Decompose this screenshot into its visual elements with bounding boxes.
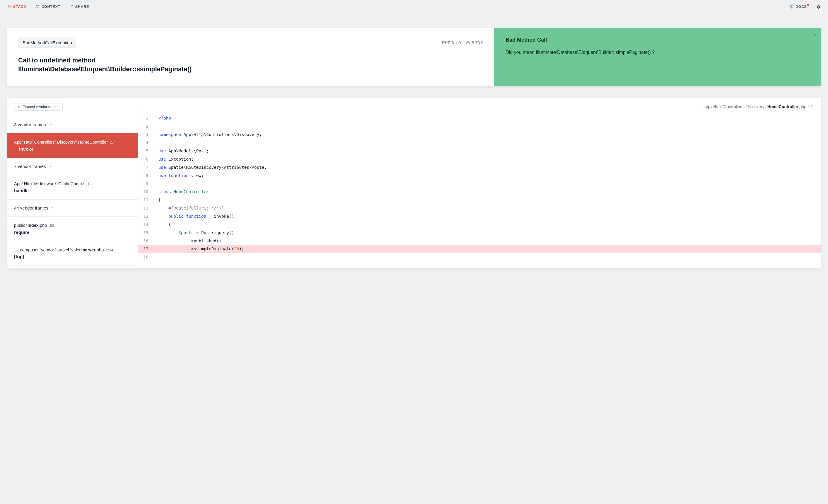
- nav-share-label: SHARE: [75, 5, 89, 9]
- top-nav: STACK CONTEXT SHARE DOCS: [0, 0, 828, 13]
- frame-path: App\Http\Controllers\Discovery\HomeContr…: [14, 139, 131, 146]
- frame-path: public/index.php :52: [14, 222, 131, 229]
- close-suggestion-button[interactable]: ×: [813, 32, 816, 38]
- code-line: 17 ->ssimplePaginate(20);: [138, 245, 821, 253]
- line-number: 8: [138, 172, 152, 180]
- code-line: 15 $posts = Post::query(): [138, 229, 821, 237]
- exception-message: Call to undefined method Illuminate\Data…: [18, 56, 206, 73]
- line-source: use Exception;: [152, 155, 821, 164]
- line-number: 11: [138, 196, 152, 204]
- line-number: 7: [138, 164, 152, 172]
- code-line: 18: [138, 253, 821, 261]
- vendor-frames-label: 7 vendor frames: [14, 164, 46, 169]
- line-source: [152, 139, 821, 147]
- exception-class-badge: BadMethodCallException: [18, 38, 76, 48]
- line-source: {: [152, 196, 821, 204]
- frames-header: Expand vendor frames: [7, 98, 138, 116]
- laravel-version-text: 8.79.0: [472, 40, 483, 45]
- line-source: namespace App\Http\Controllers\Discovery…: [152, 131, 821, 139]
- frames-sidebar: Expand vendor frames 3 vendor framesApp\…: [7, 98, 138, 268]
- stack-frame[interactable]: ~/.composer/vendor/laravel/valet/server.…: [7, 241, 138, 266]
- suggestion-title: Bad Method Call: [505, 37, 810, 43]
- chevron-down-icon: [49, 165, 52, 168]
- context-icon: [35, 5, 39, 9]
- line-source: #[Route(fullUri: '/')]: [152, 204, 821, 213]
- code-line: 11{: [138, 196, 821, 204]
- suggestion-card: × Bad Method Call Did you mean Illuminat…: [494, 28, 821, 86]
- notification-dot-icon: [807, 4, 809, 6]
- line-number: 1: [138, 114, 152, 123]
- line-number: 10: [138, 188, 152, 196]
- line-source: use App\Models\Post;: [152, 147, 821, 155]
- suggestion-body: Did you mean Illuminate\Database\Eloquen…: [505, 49, 810, 56]
- frame-method: [top]: [14, 254, 131, 259]
- code-line: 5use App\Models\Post;: [138, 147, 821, 155]
- file-breadcrumb: app/Http/Controllers/Discovery/HomeContr…: [138, 98, 821, 114]
- nav-context-label: CONTEXT: [41, 5, 60, 9]
- gear-icon: [816, 4, 821, 9]
- line-source: class HomeController: [152, 188, 821, 196]
- vendor-frames-toggle[interactable]: 7 vendor frames: [7, 158, 138, 175]
- exception-hero: BadMethodCallException PHP 8.1.0 8.79.0 …: [7, 28, 821, 86]
- line-number: 9: [138, 180, 152, 188]
- stack-icon: [7, 5, 11, 9]
- code-line: 16 ->published(): [138, 237, 821, 245]
- laravel-version: 8.79.0: [466, 40, 483, 45]
- line-source: {: [152, 221, 821, 229]
- frame-method: handle: [14, 188, 131, 193]
- line-number: 16: [138, 237, 152, 245]
- version-info: PHP 8.1.0 8.79.0: [442, 40, 484, 45]
- expand-icon: [17, 105, 20, 109]
- line-number: 6: [138, 155, 152, 164]
- settings-button[interactable]: [816, 4, 821, 9]
- line-source: public function __invoke(): [152, 213, 821, 221]
- line-source: <?php: [152, 114, 821, 123]
- line-number: 2: [138, 123, 152, 131]
- laravel-icon: [789, 5, 793, 9]
- frame-method: __invoke: [14, 146, 131, 152]
- expand-vendor-button[interactable]: Expand vendor frames: [14, 103, 63, 111]
- line-source: use function view;: [152, 172, 821, 180]
- frame-path: App\Http\Middleware\CacheControl :13: [14, 181, 131, 187]
- code-line: 4: [138, 139, 821, 147]
- nav-docs-label: DOCS: [795, 5, 807, 9]
- vendor-frames-toggle[interactable]: 3 vendor frames: [7, 116, 138, 133]
- line-number: 3: [138, 131, 152, 139]
- nav-context[interactable]: CONTEXT: [35, 5, 60, 9]
- line-source: [152, 123, 821, 131]
- frames-list: 3 vendor framesApp\Http\Controllers\Disc…: [7, 116, 138, 266]
- php-version: PHP 8.1.0: [442, 40, 461, 45]
- vendor-frames-toggle[interactable]: 44 vendor frames: [7, 199, 138, 217]
- code-line: 6use Exception;: [138, 155, 821, 164]
- code-line: 7use Spatie\RouteDiscovery\Attributes\Ro…: [138, 164, 821, 172]
- code-line: 9: [138, 180, 821, 188]
- frame-path: ~/.composer/vendor/laravel/valet/server.…: [14, 247, 131, 254]
- code-listing: 1<?php2 3namespace App\Http\Controllers\…: [138, 114, 821, 261]
- code-line: 8use function view;: [138, 172, 821, 180]
- line-number: 13: [138, 213, 152, 221]
- vendor-frames-label: 44 vendor frames: [14, 205, 48, 211]
- stack-frame[interactable]: App\Http\Controllers\Discovery\HomeContr…: [7, 133, 138, 158]
- chevron-down-icon: [51, 206, 55, 210]
- code-line: 14 {: [138, 221, 821, 229]
- line-number: 15: [138, 229, 152, 237]
- code-line: 10class HomeController: [138, 188, 821, 196]
- stack-frame[interactable]: App\Http\Middleware\CacheControl :13hand…: [7, 175, 138, 199]
- line-source: use Spatie\RouteDiscovery\Attributes\Rou…: [152, 164, 821, 172]
- code-line: 1<?php: [138, 114, 821, 123]
- code-line: 3namespace App\Http\Controllers\Discover…: [138, 131, 821, 139]
- nav-share[interactable]: SHARE: [69, 5, 89, 9]
- expand-vendor-label: Expand vendor frames: [23, 105, 59, 109]
- code-line: 12 #[Route(fullUri: '/')]: [138, 204, 821, 213]
- code-pane: app/Http/Controllers/Discovery/HomeContr…: [138, 98, 821, 268]
- line-number: 5: [138, 147, 152, 155]
- code-line: 2: [138, 123, 821, 131]
- line-source: ->ssimplePaginate(20);: [152, 245, 821, 253]
- line-number: 4: [138, 139, 152, 147]
- stack-frame[interactable]: public/index.php :52require: [7, 217, 138, 241]
- nav-docs[interactable]: DOCS: [789, 5, 807, 9]
- laravel-icon: [466, 41, 470, 45]
- line-number: 14: [138, 221, 152, 229]
- nav-stack[interactable]: STACK: [7, 5, 27, 9]
- nav-left: STACK CONTEXT SHARE: [7, 5, 89, 9]
